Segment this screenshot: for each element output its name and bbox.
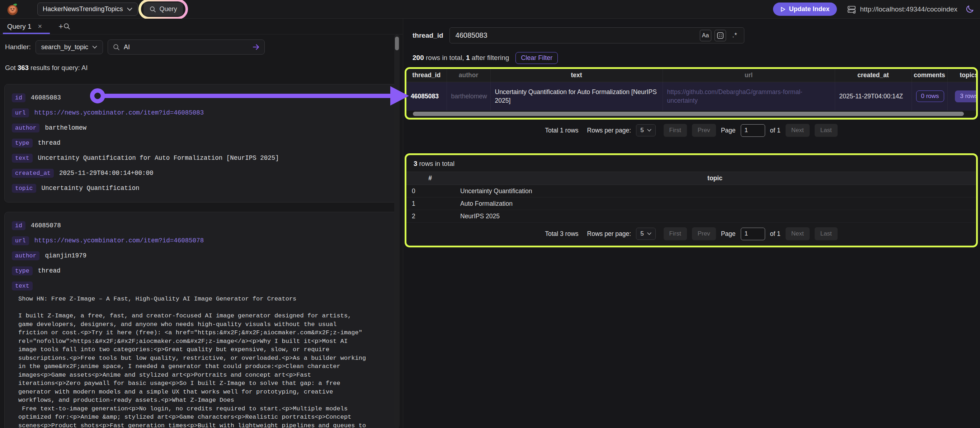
col-url[interactable]: url (663, 69, 835, 82)
server-icon (847, 5, 856, 14)
query-button-wrap: Query (143, 3, 183, 16)
match-whole-word-button[interactable] (714, 30, 726, 41)
col-author[interactable]: author (447, 69, 490, 82)
field-created-at-label: created_at (12, 169, 54, 178)
field-text: text Uncertainty Quantification for Auto… (12, 150, 391, 166)
field-type-label: type (12, 139, 33, 148)
vertical-scrollbar-thumb[interactable] (395, 37, 399, 50)
table-row[interactable]: 2 NeurIPS 2025 (406, 210, 976, 223)
col-index[interactable]: # (406, 172, 454, 185)
chevron-down-icon (647, 129, 651, 132)
handler-value: search_by_topic (41, 43, 88, 51)
last-page-button[interactable]: Last (815, 227, 838, 240)
prev-page-button[interactable]: Prev (692, 124, 716, 137)
topics-table: # topic 0 Uncertainty Quantification 1 A… (406, 172, 976, 223)
cell-index: 1 (406, 198, 454, 210)
field-author-label: author (12, 251, 40, 260)
dark-mode-toggle[interactable] (965, 5, 974, 14)
run-query-button[interactable] (252, 43, 260, 51)
handler-select[interactable]: search_by_topic (35, 40, 103, 54)
field-text-long-value: Show HN: Free Z-Image – A Fast, High-Qua… (18, 295, 391, 428)
page-number-input[interactable] (741, 228, 765, 240)
field-text-label: text (12, 281, 33, 291)
field-created-at-value: 2025-11-29T04:00:14+00:00 (59, 169, 154, 177)
cell-text: Uncertainty Quantification for Auto Form… (490, 82, 663, 110)
clear-filter-button[interactable]: Clear Filter (515, 52, 558, 64)
topics-summary: 3 rows in total (406, 155, 976, 172)
topics-summary-count: 3 (414, 160, 417, 167)
vertical-scrollbar[interactable] (394, 35, 399, 428)
cell-index: 2 (406, 210, 454, 223)
col-topics[interactable]: topics (947, 69, 978, 82)
col-comments[interactable]: comments (912, 69, 947, 82)
field-type-value: thread (38, 267, 60, 274)
field-url: url https://news.ycombinator.com/item?id… (12, 105, 391, 120)
rows-per-page-select[interactable]: 5 (636, 124, 655, 136)
prev-page-button[interactable]: Prev (692, 227, 716, 240)
first-page-button[interactable]: First (663, 227, 687, 240)
filter-input[interactable] (455, 31, 697, 40)
col-text[interactable]: text (490, 69, 663, 82)
first-page-button[interactable]: First (663, 124, 687, 137)
field-url-value[interactable]: https://news.ycombinator.com/item?id=460… (35, 109, 204, 117)
field-id-value: 46085078 (31, 222, 61, 229)
cell-author: barthelomew (447, 82, 490, 110)
query-content: Handler: search_by_topic Got 363 results… (0, 40, 403, 428)
field-url-value[interactable]: https://news.ycombinator.com/item?id=460… (35, 237, 204, 244)
field-author: author qianjin1979 (12, 248, 391, 263)
close-tab-icon[interactable]: × (38, 22, 42, 30)
cell-index: 0 (406, 185, 454, 198)
search-icon (113, 44, 120, 51)
cell-topics: 3 rows (947, 82, 978, 110)
comments-rows-button[interactable]: 0 rows (916, 91, 944, 102)
topics-pagination: Total 3 rows Rows per page: 5 First Prev… (406, 227, 976, 240)
table-row[interactable]: 0 Uncertainty Quantification (406, 185, 976, 198)
page-number-input[interactable] (741, 124, 765, 137)
match-case-icon: Aa (702, 32, 709, 39)
next-page-button[interactable]: Next (786, 227, 810, 240)
add-query-tab-button[interactable]: + (59, 22, 70, 30)
field-id-value: 46085083 (31, 94, 61, 101)
rows-info-mid: rows in total, (424, 54, 466, 61)
search-icon (150, 6, 156, 13)
update-index-button[interactable]: Update Index (773, 3, 837, 16)
filter-info-row: 200 rows in total, 1 after filtering Cle… (412, 51, 980, 64)
rows-per-page-label: Rows per page: (587, 230, 632, 238)
query-button[interactable]: Query (143, 3, 183, 16)
cell-url[interactable]: https://github.com/DebarghaG/grammars-fo… (663, 82, 835, 110)
col-created-at[interactable]: created_at (835, 69, 912, 82)
field-topic-label: topic (12, 184, 36, 193)
chevron-down-icon (127, 8, 132, 11)
tab-query-1[interactable]: Query 1 × (7, 19, 47, 34)
rows-per-page-select[interactable]: 5 (636, 228, 655, 240)
field-type-value: thread (38, 139, 60, 147)
pagination-total: Total 1 rows (545, 127, 578, 134)
query-search-input[interactable] (124, 43, 248, 51)
col-topic[interactable]: topic (454, 172, 976, 185)
col-thread-id[interactable]: thread_id (406, 69, 447, 82)
plus-icon: + (59, 22, 63, 30)
last-page-button[interactable]: Last (815, 124, 838, 137)
field-url: url https://news.ycombinator.com/item?id… (12, 233, 391, 248)
server-url: http://localhost:49344/cocoindex (860, 5, 958, 13)
pagination-total: Total 3 rows (545, 230, 578, 238)
field-author-value: qianjin1979 (45, 252, 86, 259)
tab-query-1-label: Query 1 (7, 22, 32, 30)
regex-button[interactable]: .* (729, 30, 741, 41)
cocoindex-logo-icon (6, 3, 19, 16)
moon-icon (965, 5, 974, 14)
page-of-label: of 1 (770, 127, 781, 134)
rows-total-count: 200 (412, 54, 424, 61)
table-row[interactable]: 46085083 barthelomew Uncertainty Quantif… (406, 82, 978, 110)
horizontal-scrollbar-thumb[interactable] (413, 112, 964, 116)
next-page-button[interactable]: Next (786, 124, 810, 137)
flow-selector-dropdown[interactable]: HackerNewsTrendingTopics (37, 3, 138, 16)
topics-table-header: # topic (406, 172, 976, 185)
topics-rows-button[interactable]: 3 rows (955, 91, 978, 102)
filter-input-wrap: Aa .* (449, 27, 745, 43)
table-row[interactable]: 1 Auto Formalization (406, 198, 976, 210)
horizontal-scrollbar[interactable] (406, 110, 976, 118)
match-case-button[interactable]: Aa (700, 30, 711, 41)
field-text: text (12, 278, 391, 293)
results-table-header: thread_id author text url created_at com… (406, 69, 978, 82)
